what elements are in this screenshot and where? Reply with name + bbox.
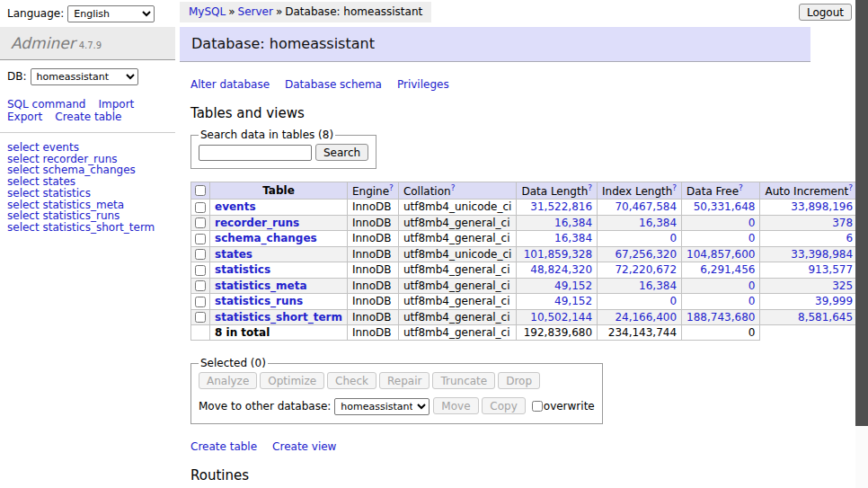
breadcrumb-separator: »	[276, 5, 282, 18]
help-icon[interactable]: ?	[672, 183, 677, 192]
collation-cell: utf8mb4_general_ci	[398, 309, 517, 325]
table-link[interactable]: statistics_short_term	[215, 311, 342, 324]
search-legend: Search data in tables (8)	[199, 129, 335, 141]
selected-fieldset: Selected (0) AnalyzeOptimizeCheckRepairT…	[190, 357, 603, 424]
collation-cell: utf8mb4_general_ci	[398, 325, 517, 341]
index-length-cell: 67,256,320	[598, 246, 682, 262]
check-button[interactable]: Check	[327, 372, 376, 389]
index-length-total: 234,143,744	[598, 325, 682, 341]
adminer-logo-link[interactable]: Adminer	[11, 34, 75, 52]
table-link[interactable]: recorder_runs	[215, 217, 299, 229]
auto-increment-cell: 8,581,645	[760, 309, 858, 325]
row-checkbox[interactable]	[195, 202, 206, 213]
sidebar-link-sql-command[interactable]: SQL command	[7, 98, 85, 111]
data-free-cell: 0	[682, 278, 760, 294]
create-view-link[interactable]: Create view	[272, 440, 336, 453]
index-length-cell: 72,220,672	[598, 262, 682, 279]
optimize-button[interactable]: Optimize	[260, 372, 324, 389]
data-length-cell: 49,152	[517, 294, 598, 310]
analyze-button[interactable]: Analyze	[199, 372, 257, 389]
privileges-link[interactable]: Privileges	[397, 78, 449, 91]
db-row: DB:homeassistant	[0, 60, 175, 91]
table-link[interactable]: statistics_meta	[215, 279, 307, 292]
database-schema-link[interactable]: Database schema	[285, 78, 382, 91]
truncate-button[interactable]: Truncate	[432, 372, 495, 389]
data-free-cell: 0	[682, 231, 760, 247]
help-icon[interactable]: ?	[588, 183, 592, 192]
table-row: statistics InnoDB utf8mb4_general_ci 48,…	[191, 262, 868, 279]
page-title: Database: homeassistant	[180, 27, 810, 62]
row-checkbox[interactable]	[195, 312, 206, 323]
alter-database-link[interactable]: Alter database	[190, 78, 270, 91]
row-checkbox[interactable]	[195, 280, 206, 291]
search-button[interactable]: Search	[315, 144, 368, 161]
drop-button[interactable]: Drop	[498, 372, 540, 389]
data-free-cell: 104,857,600	[682, 246, 760, 262]
move-button[interactable]: Move	[433, 397, 478, 414]
breadcrumb-mysql-link[interactable]: MySQL	[189, 5, 226, 18]
data-length-cell: 16,384	[517, 231, 598, 247]
vertical-scrollbar[interactable]	[855, 0, 868, 488]
overwrite-checkbox[interactable]	[532, 401, 543, 412]
auto-increment-cell: 913,577	[760, 262, 858, 279]
engine-cell: InnoDB	[347, 309, 398, 325]
row-checkbox[interactable]	[195, 234, 206, 244]
app-version: 4.7.9	[79, 40, 102, 50]
breadcrumb-separator: »	[228, 5, 235, 18]
help-icon[interactable]: ?	[389, 183, 394, 192]
create-table-link[interactable]: Create table	[190, 440, 257, 453]
language-label: Language:	[7, 7, 64, 20]
help-icon[interactable]: ?	[451, 183, 456, 192]
engine-cell: InnoDB	[347, 200, 398, 216]
scrollbar-thumb[interactable]	[855, 0, 868, 426]
row-checkbox[interactable]	[195, 217, 206, 228]
total-label: 8 in total	[210, 325, 348, 341]
row-checkbox[interactable]	[195, 265, 206, 276]
engine-cell: InnoDB	[347, 325, 398, 341]
collation-cell: utf8mb4_general_ci	[398, 215, 517, 231]
table-link[interactable]: statistics	[215, 263, 270, 276]
row-checkbox[interactable]	[195, 249, 206, 260]
routines-heading: Routines	[190, 467, 855, 484]
engine-cell: InnoDB	[347, 278, 398, 294]
row-checkbox[interactable]	[195, 297, 206, 307]
move-database-select[interactable]: homeassistant	[334, 398, 430, 415]
help-icon[interactable]: ?	[848, 183, 853, 192]
data-length-cell: 10,502,144	[517, 309, 598, 325]
selected-legend: Selected (0)	[199, 357, 268, 369]
sidebar: Language:English Adminer4.7.9 DB:homeass…	[0, 0, 175, 488]
column-header-engine: Engine?	[347, 182, 398, 200]
table-link[interactable]: events	[215, 200, 256, 213]
overwrite-label: overwrite	[544, 400, 595, 413]
index-length-cell: 16,384	[598, 215, 682, 231]
table-header-row: Table Engine? Collation? Data Length? In…	[191, 182, 868, 200]
data-free-total: 0	[682, 325, 760, 341]
auto-increment-cell: 6	[760, 231, 858, 247]
table-row: statistics_meta InnoDB utf8mb4_general_c…	[191, 278, 868, 294]
collation-cell: utf8mb4_unicode_ci	[398, 246, 517, 262]
data-length-cell: 16,384	[517, 215, 598, 231]
sidebar-actions: SQL commandImport ExportCreate table	[0, 91, 175, 123]
data-free-cell: 50,331,648	[682, 200, 760, 216]
select-all-checkbox[interactable]	[195, 185, 206, 196]
tables-list: Table Engine? Collation? Data Length? In…	[190, 182, 868, 341]
sidebar-link-create-table[interactable]: Create table	[55, 111, 121, 123]
logout-button[interactable]: Logout	[799, 4, 852, 21]
db-select[interactable]: homeassistant	[31, 68, 138, 85]
data-free-cell: 0	[682, 294, 760, 310]
language-select[interactable]: English	[67, 5, 155, 22]
engine-cell: InnoDB	[347, 215, 398, 231]
table-link[interactable]: states	[215, 248, 252, 261]
search-input[interactable]	[199, 145, 312, 161]
table-link[interactable]: schema_changes	[215, 232, 317, 244]
repair-button[interactable]: Repair	[379, 372, 430, 389]
sidebar-link-import[interactable]: Import	[98, 98, 134, 111]
help-icon[interactable]: ?	[739, 183, 743, 192]
sidebar-link-export[interactable]: Export	[7, 111, 42, 123]
column-header-auto-increment: Auto Increment?	[760, 182, 858, 200]
breadcrumb-server-link[interactable]: Server	[238, 5, 273, 18]
sidebar-item-select-statistics-short-term[interactable]: select statistics_short_term	[7, 221, 155, 234]
table-link[interactable]: statistics_runs	[215, 295, 303, 307]
copy-button[interactable]: Copy	[482, 397, 525, 414]
data-free-cell: 6,291,456	[682, 262, 760, 279]
